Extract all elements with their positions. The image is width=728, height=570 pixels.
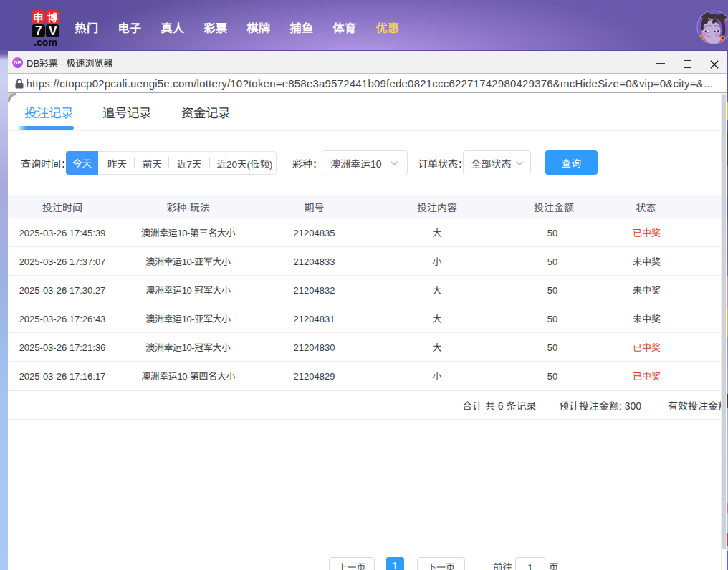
svg-text:DB: DB (13, 59, 21, 66)
